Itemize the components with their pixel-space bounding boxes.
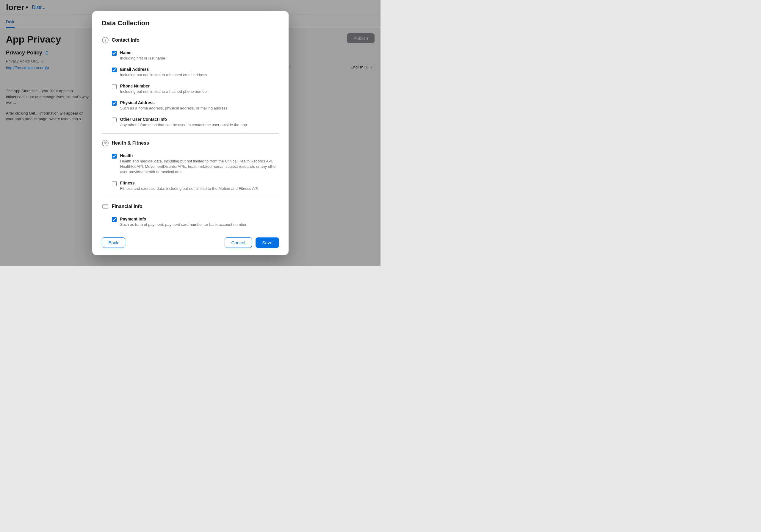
other-contact-info-content: Other User Contact Info Any other inform… xyxy=(120,117,247,128)
name-content: Name Including first or last name xyxy=(120,50,165,61)
name-checkbox[interactable] xyxy=(112,51,117,56)
financial-info-header: Financial Info xyxy=(102,198,279,214)
info-circle-icon: i xyxy=(102,36,109,44)
modal-overlay: Data Collection i Contact Info xyxy=(0,0,380,266)
phone-number-checkbox[interactable] xyxy=(112,84,117,89)
modal-footer: Back Cancel Save xyxy=(92,233,289,255)
other-contact-info-item: Other User Contact Info Any other inform… xyxy=(102,114,279,131)
modal-header: Data Collection xyxy=(92,11,289,32)
contact-info-section: i Contact Info Name Including first or l… xyxy=(102,32,279,131)
financial-info-title: Financial Info xyxy=(112,204,143,209)
payment-info-label[interactable]: Payment Info xyxy=(120,216,247,221)
fitness-item: Fitness Fitness and exercise data, inclu… xyxy=(102,178,279,194)
divider-2 xyxy=(102,197,279,197)
data-collection-modal: Data Collection i Contact Info xyxy=(92,11,289,255)
health-description: Health and medical data, including but n… xyxy=(120,158,279,175)
name-item: Name Including first or last name xyxy=(102,47,279,64)
cancel-button[interactable]: Cancel xyxy=(225,237,252,248)
name-description: Including first or last name xyxy=(120,56,165,61)
payment-info-content: Payment Info Such as form of payment, pa… xyxy=(120,216,247,227)
health-item: Health Health and medical data, includin… xyxy=(102,150,279,178)
divider-1 xyxy=(102,133,279,134)
other-contact-info-label[interactable]: Other User Contact Info xyxy=(120,117,247,122)
health-fitness-header: Health & Fitness xyxy=(102,135,279,150)
contact-info-header: i Contact Info xyxy=(102,32,279,47)
phone-number-label[interactable]: Phone Number xyxy=(120,84,208,89)
health-checkbox[interactable] xyxy=(112,154,117,158)
payment-info-item: Payment Info Such as form of payment, pa… xyxy=(102,214,279,230)
phone-number-description: Including but not limited to a hashed ph… xyxy=(120,89,208,94)
health-content: Health Health and medical data, includin… xyxy=(120,153,279,175)
phone-number-content: Phone Number Including but not limited t… xyxy=(120,84,208,94)
name-label[interactable]: Name xyxy=(120,50,165,55)
email-address-description: Including but not limited to a hashed em… xyxy=(120,72,207,78)
modal-body[interactable]: i Contact Info Name Including first or l… xyxy=(92,32,289,233)
physical-address-item: Physical Address Such as a home address,… xyxy=(102,97,279,114)
payment-info-checkbox[interactable] xyxy=(112,217,117,222)
fitness-description: Fitness and exercise data, including but… xyxy=(120,186,259,191)
svg-text:i: i xyxy=(105,38,106,42)
contact-info-title: Contact Info xyxy=(112,37,140,43)
other-contact-info-checkbox[interactable] xyxy=(112,118,117,122)
health-fitness-title: Health & Fitness xyxy=(112,141,149,146)
heart-circle-icon xyxy=(102,140,109,147)
physical-address-content: Physical Address Such as a home address,… xyxy=(120,100,228,111)
modal-title: Data Collection xyxy=(102,19,279,27)
physical-address-description: Such as a home address, physical address… xyxy=(120,106,228,111)
email-address-content: Email Address Including but not limited … xyxy=(120,67,207,78)
credit-card-icon xyxy=(102,203,109,210)
email-address-label[interactable]: Email Address xyxy=(120,67,207,72)
other-contact-info-description: Any other information that can be used t… xyxy=(120,122,247,128)
health-label[interactable]: Health xyxy=(120,153,279,158)
footer-right-buttons: Cancel Save xyxy=(225,237,279,248)
back-button[interactable]: Back xyxy=(102,237,125,248)
health-fitness-section: Health & Fitness Health Health and medic… xyxy=(102,135,279,195)
payment-info-description: Such as form of payment, payment card nu… xyxy=(120,222,247,227)
physical-address-checkbox[interactable] xyxy=(112,101,117,106)
svg-rect-5 xyxy=(103,207,105,207)
fitness-content: Fitness Fitness and exercise data, inclu… xyxy=(120,181,259,191)
financial-info-section: Financial Info Payment Info Such as form… xyxy=(102,198,279,230)
physical-address-label[interactable]: Physical Address xyxy=(120,100,228,105)
fitness-checkbox[interactable] xyxy=(112,181,117,186)
fitness-label[interactable]: Fitness xyxy=(120,181,259,185)
save-button[interactable]: Save xyxy=(256,237,279,248)
email-address-item: Email Address Including but not limited … xyxy=(102,64,279,81)
email-address-checkbox[interactable] xyxy=(112,68,117,72)
phone-number-item: Phone Number Including but not limited t… xyxy=(102,81,279,97)
svg-rect-3 xyxy=(103,205,108,208)
